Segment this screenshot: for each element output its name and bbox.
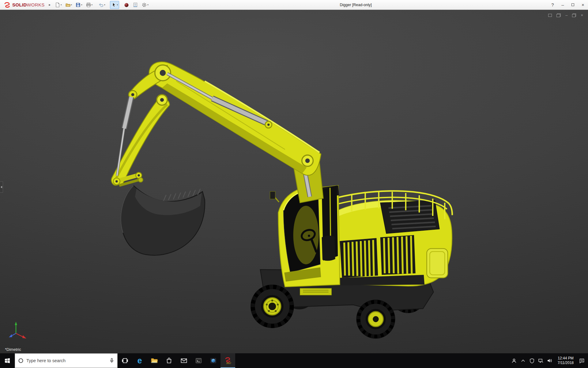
system-tray: 12:44 PM 7/11/2018 [510,353,588,368]
undo-button[interactable]: ▾ [97,1,107,9]
solidworks-button[interactable]: 2017 [221,353,235,368]
x-axis-arrow [22,335,26,339]
tray-time: 12:44 PM [555,356,577,361]
doc-minimize-button[interactable]: – [565,13,567,17]
start-button[interactable] [0,353,15,368]
new-document-icon [55,2,60,8]
mixed-reality-viewer-button[interactable] [206,353,221,368]
options-button[interactable]: ▾ [140,1,150,9]
microphone-icon[interactable] [109,358,114,363]
report-icon [133,2,138,8]
panel-expand-tab[interactable] [0,182,3,193]
mail-button[interactable] [176,353,191,368]
defender-button[interactable] [527,353,536,368]
front-right-wheel [356,300,395,339]
taskbar-search[interactable] [15,353,118,368]
volume-button[interactable] [545,353,554,368]
task-view-button[interactable] [118,353,132,368]
edge-icon: e [137,357,142,365]
doc-close-button[interactable]: × [581,13,583,17]
appearance-button[interactable] [123,1,130,9]
solidworks-icon: 2017 [224,356,232,364]
digger-model [0,10,588,353]
dropdown-arrow-icon: ▾ [61,4,62,6]
windows-logo-icon [4,357,11,364]
front-left-wheel [251,285,294,328]
minimize-button[interactable]: – [558,0,568,10]
solidworks-year-badge: 2017 [226,362,231,364]
chevron-up-icon [521,359,525,362]
action-center-icon [579,358,585,363]
dropdown-arrow-icon: ▾ [92,4,93,6]
command-prompt-button[interactable] [191,353,206,368]
dropdown-arrow-icon: ▾ [71,4,72,6]
file-explorer-button[interactable] [147,353,162,368]
file-explorer-icon [151,357,158,364]
search-input[interactable] [26,358,107,363]
chevron-left-icon [1,186,2,188]
taskbar: e [0,353,588,368]
document-window-controls: – × [548,13,583,17]
maximize-button[interactable] [568,0,578,10]
view-orientation-label: *Dimetric [5,347,21,352]
engine-body [335,191,452,286]
stick-arm [111,95,170,186]
undo-icon [98,2,104,8]
new-document-button[interactable]: ▾ [54,1,63,9]
open-icon [65,2,71,8]
dropdown-arrow-icon: ▾ [104,4,105,6]
solidworks-logo: SOLIDWORKS [3,2,45,8]
options-gear-icon [141,2,147,8]
viewport-3d[interactable]: – × *Dimetric [0,10,588,353]
people-icon [511,358,517,363]
doc-restore-button[interactable] [572,13,576,17]
command-prompt-icon [195,357,202,364]
restore-icon [571,3,574,6]
doc-new-window-icon[interactable] [548,14,552,17]
action-center-button[interactable] [577,353,586,368]
doc-cascade-icon[interactable] [556,13,561,17]
dropdown-arrow-icon: ▾ [147,4,149,6]
dropdown-arrow-icon: ▾ [117,4,118,6]
people-button[interactable] [510,353,518,368]
window-title: Digger [Read-only] [340,3,371,7]
y-axis-arrow [15,322,17,325]
titlebar: SOLIDWORKS ▸ ▾ ▾ ▾ [0,0,588,10]
seat [322,236,335,261]
open-button[interactable]: ▾ [64,1,74,9]
mixed-reality-viewer-icon [210,357,217,364]
hidden-icons-button[interactable] [518,353,527,368]
store-button[interactable] [162,353,176,368]
print-icon [86,2,91,8]
orientation-triad [7,320,29,345]
store-icon [166,357,172,364]
report-button[interactable] [131,1,139,9]
help-button[interactable]: ? [548,0,558,10]
tray-date: 7/11/2018 [555,361,577,365]
save-icon [75,2,81,8]
side-grills [339,235,424,285]
bucket [121,186,205,255]
edge-button[interactable]: e [132,353,147,368]
appearance-sphere-icon [124,2,129,8]
brand-works: WORKS [27,2,44,7]
mail-icon [180,357,187,364]
network-icon [538,358,543,363]
z-axis-arrow [9,334,12,337]
window-controls: ? – × [548,0,588,10]
save-button[interactable]: ▾ [74,1,84,9]
brand-solid: SOLID [12,2,27,7]
network-button[interactable] [536,353,545,368]
volume-icon [547,358,552,363]
toolbar-flyout-arrow[interactable]: ▸ [49,3,51,7]
close-button[interactable]: × [578,0,588,10]
task-view-icon [122,357,128,364]
select-cursor-icon [111,2,117,8]
print-button[interactable]: ▾ [85,1,94,9]
defender-shield-icon [530,358,534,363]
ds-logo-icon [3,2,11,8]
dropdown-arrow-icon: ▾ [81,4,82,6]
select-tool-button[interactable]: ▾ [110,1,119,9]
clock[interactable]: 12:44 PM 7/11/2018 [554,356,577,365]
quick-access-toolbar: ▾ ▾ ▾ ▾ [54,1,150,9]
